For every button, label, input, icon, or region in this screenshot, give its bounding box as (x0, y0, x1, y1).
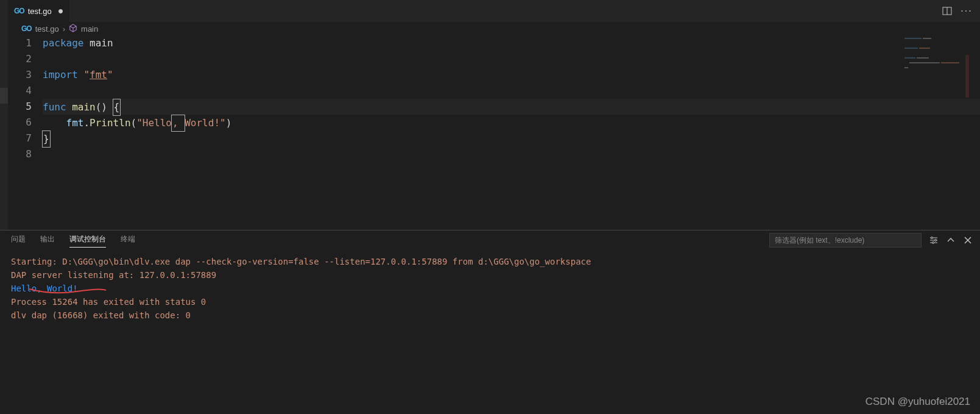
svg-rect-6 (904, 57, 915, 59)
editor-tab[interactable]: GO test.go ● (8, 0, 70, 22)
line-number: 1 (12, 35, 32, 51)
svg-rect-9 (941, 62, 959, 63)
filter-settings-icon[interactable] (929, 235, 939, 245)
console-line: dlv dap (16668) exited with code: 0 (11, 309, 969, 322)
line-number: 4 (12, 83, 32, 99)
code-line[interactable]: package main (43, 35, 980, 51)
code-line[interactable]: func main() { (43, 99, 980, 115)
code-content[interactable]: package mainimport "fmt"func main() { fm… (43, 35, 980, 162)
tab-actions: ··· (942, 0, 980, 22)
tab-bar: GO test.go ● ··· (8, 0, 980, 22)
console-line: Hello, World! (11, 282, 969, 295)
breadcrumb-file[interactable]: test.go (35, 24, 59, 34)
line-number-gutter: 12345678 (12, 35, 43, 162)
svg-point-15 (931, 237, 933, 239)
code-line[interactable]: import "fmt" (43, 67, 980, 83)
chevron-right-icon: › (63, 24, 65, 34)
filter-input[interactable] (769, 233, 922, 248)
split-editor-icon[interactable] (942, 6, 952, 16)
bottom-panel: 问题输出调试控制台终端 Starting: D:\GGG\go\bin\dlv.… (0, 230, 980, 414)
panel-tabs: 问题输出调试控制台终端 (0, 230, 980, 251)
panel-tab-debug[interactable]: 调试控制台 (69, 234, 106, 248)
svg-point-17 (932, 242, 934, 244)
svg-point-16 (935, 240, 937, 241)
console-line: Process 15264 has exited with status 0 (11, 295, 969, 309)
panel-toolbar (769, 233, 973, 248)
console-line: Starting: D:\GGG\go\bin\dlv.exe dap --ch… (11, 255, 969, 268)
line-number: 8 (12, 146, 32, 162)
symbol-package-icon (69, 24, 77, 34)
go-file-icon: GO (21, 24, 32, 33)
chevron-up-icon[interactable] (946, 235, 956, 245)
breadcrumb-symbol[interactable]: main (81, 24, 98, 34)
watermark: CSDN @yuhuofei2021 (865, 396, 970, 408)
svg-rect-4 (904, 48, 918, 49)
panel-tab-terminal[interactable]: 终端 (121, 234, 135, 248)
go-file-icon: GO (14, 7, 24, 15)
line-number: 5 (12, 99, 32, 115)
tab-filename: test.go (28, 7, 52, 16)
breadcrumb[interactable]: GO test.go › main (0, 22, 980, 35)
line-number: 2 (12, 51, 32, 67)
dirty-indicator-icon[interactable]: ● (58, 5, 64, 16)
svg-rect-7 (917, 57, 929, 59)
console-line: DAP server listening at: 127.0.0.1:57889 (11, 268, 969, 282)
more-actions-icon[interactable]: ··· (962, 6, 971, 16)
svg-rect-10 (904, 67, 908, 68)
line-number: 6 (12, 115, 32, 130)
panel-tab-problems[interactable]: 问题 (11, 234, 26, 248)
svg-rect-11 (965, 55, 969, 98)
code-line[interactable]: } (43, 130, 980, 146)
code-line[interactable] (43, 146, 980, 162)
svg-rect-2 (904, 38, 922, 39)
svg-rect-3 (923, 38, 931, 39)
code-line[interactable] (43, 83, 980, 99)
panel-tab-output[interactable]: 输出 (40, 234, 55, 248)
code-line[interactable] (43, 51, 980, 67)
debug-console[interactable]: Starting: D:\GGG\go\bin\dlv.exe dap --ch… (0, 251, 980, 326)
editor[interactable]: 12345678 package mainimport "fmt"func ma… (0, 35, 980, 162)
line-number: 7 (12, 130, 32, 146)
minimap[interactable] (903, 37, 970, 219)
svg-rect-5 (919, 48, 930, 49)
code-line[interactable]: fmt.Println("Hello, World!") (43, 115, 980, 130)
close-icon[interactable] (963, 235, 973, 245)
svg-rect-8 (909, 62, 940, 63)
line-number: 3 (12, 67, 32, 83)
